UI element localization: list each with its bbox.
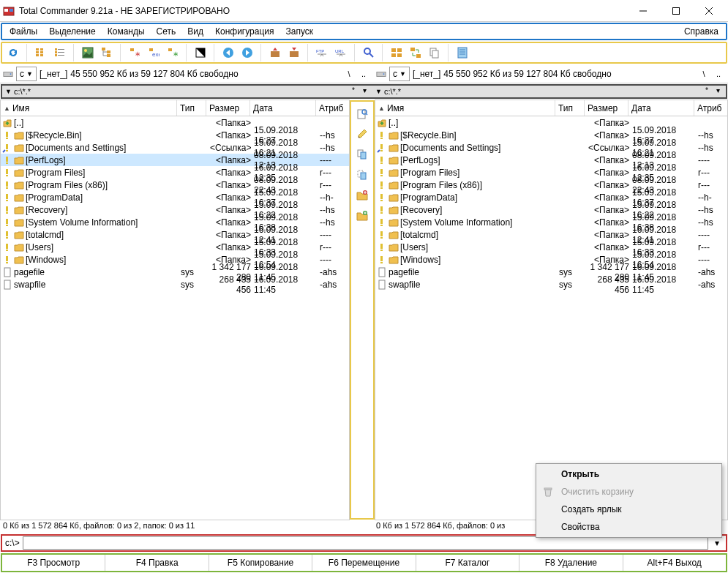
svg-rect-59 bbox=[6, 157, 8, 162]
svg-text:exe: exe bbox=[152, 51, 160, 58]
fav-button[interactable]: * bbox=[348, 86, 359, 97]
hdr-type[interactable]: Тип bbox=[177, 100, 206, 116]
fkey-button[interactable]: F5 Копирование bbox=[209, 555, 312, 571]
minimize-button[interactable] bbox=[626, 1, 659, 21]
row-type-icon bbox=[2, 130, 12, 141]
file-name: [..] bbox=[389, 118, 559, 128]
ctx-properties[interactable]: Свойства bbox=[538, 518, 720, 536]
fkey-button[interactable]: Alt+F4 Выход bbox=[623, 555, 726, 571]
menu-help[interactable]: Справка bbox=[678, 24, 724, 39]
view-full-icon[interactable] bbox=[50, 44, 70, 61]
fkey-button[interactable]: F6 Перемещение bbox=[312, 555, 416, 571]
ctx-empty-bin[interactable]: Очистить корзину bbox=[538, 483, 720, 501]
ctx-open[interactable]: Открыть bbox=[538, 465, 720, 483]
hdr-size[interactable]: Размер bbox=[585, 100, 628, 116]
thumbnail-icon[interactable] bbox=[78, 44, 97, 61]
hdr-attr[interactable]: Атриб bbox=[316, 100, 349, 116]
all-files-icon[interactable]: ∗.∗ bbox=[125, 44, 144, 61]
drive-letter: c bbox=[393, 69, 397, 79]
edit-icon[interactable] bbox=[353, 125, 371, 143]
drive-selector-right[interactable]: c ▼ bbox=[389, 67, 410, 81]
forward-icon[interactable] bbox=[238, 44, 257, 61]
search-icon[interactable] bbox=[359, 44, 378, 61]
root-button-left[interactable]: \ bbox=[342, 67, 356, 80]
delete-icon[interactable] bbox=[353, 207, 371, 225]
move-icon[interactable] bbox=[353, 166, 371, 184]
file-attr: r--- bbox=[320, 242, 348, 252]
hdr-name[interactable]: ▲Имя bbox=[1, 100, 177, 116]
menu-item[interactable]: Вид bbox=[181, 24, 209, 39]
menu-item[interactable]: Запуск bbox=[280, 24, 320, 39]
command-input[interactable] bbox=[23, 536, 708, 550]
ftp-icon[interactable]: FTP bbox=[312, 44, 331, 61]
svg-rect-13 bbox=[55, 48, 57, 50]
fkey-button[interactable]: F3 Просмотр bbox=[2, 555, 105, 571]
row-type-icon bbox=[377, 192, 387, 203]
menu-item[interactable]: Выделение bbox=[43, 24, 102, 39]
pack-icon[interactable] bbox=[266, 44, 285, 61]
folder-icon bbox=[14, 168, 24, 178]
path-left[interactable]: c:\*.* bbox=[14, 87, 348, 96]
unpack-icon[interactable] bbox=[285, 44, 304, 61]
tree-icon[interactable] bbox=[97, 44, 116, 61]
hdr-attr[interactable]: Атриб bbox=[694, 100, 727, 116]
file-size: <Папка> bbox=[588, 230, 632, 240]
hdr-size[interactable]: Размер bbox=[206, 100, 250, 116]
file-name: [totalcmd] bbox=[400, 230, 559, 240]
svg-rect-1 bbox=[4, 9, 8, 12]
fav-button[interactable]: * bbox=[702, 86, 712, 97]
notepad-icon[interactable] bbox=[453, 44, 472, 61]
hdr-type[interactable]: Тип bbox=[555, 100, 585, 116]
view-brief-icon[interactable] bbox=[31, 44, 50, 61]
copy-names-icon[interactable] bbox=[425, 44, 444, 61]
programs-icon[interactable]: exe bbox=[144, 44, 163, 61]
fkey-button[interactable]: F4 Правка bbox=[105, 555, 209, 571]
path-right[interactable]: c:\*.* bbox=[384, 87, 702, 96]
custom-filter-icon[interactable]: ∗.? bbox=[163, 44, 182, 61]
file-size: <Папка> bbox=[588, 155, 632, 165]
hdr-name[interactable]: ▲Имя bbox=[375, 100, 555, 116]
disk-icon bbox=[376, 69, 386, 79]
ctx-create-shortcut[interactable]: Создать ярлык bbox=[538, 501, 720, 518]
fkey-button[interactable]: F7 Каталог bbox=[416, 555, 519, 571]
menu-item[interactable]: Конфигурация bbox=[209, 24, 280, 39]
maximize-button[interactable] bbox=[659, 1, 692, 21]
menu-item[interactable]: Файлы bbox=[4, 24, 43, 39]
file-list-right[interactable]: [..]<Папка>[$Recycle.Bin]<Папка>15.09.20… bbox=[375, 116, 727, 520]
multirename-icon[interactable] bbox=[387, 44, 406, 61]
refresh-icon[interactable] bbox=[4, 44, 23, 61]
hdr-date[interactable]: Дата bbox=[250, 100, 316, 116]
svg-rect-47 bbox=[458, 48, 467, 58]
history-button[interactable]: ▾ bbox=[713, 86, 723, 97]
table-row[interactable]: swapfilesys268 435 45616.09.2018 11:45-a… bbox=[375, 278, 727, 291]
menu-item[interactable]: Команды bbox=[102, 24, 151, 39]
file-name: [Windows] bbox=[400, 255, 559, 265]
svg-rect-90 bbox=[380, 144, 383, 149]
drive-selector-left[interactable]: c ▼ bbox=[16, 67, 37, 81]
file-list-left[interactable]: [..]<Папка>[$Recycle.Bin]<Папка>15.09.20… bbox=[1, 116, 349, 520]
file-attr: -ahs bbox=[698, 267, 726, 277]
file-name: pagefile bbox=[389, 267, 559, 277]
svg-rect-9 bbox=[36, 54, 39, 56]
file-name: [System Volume Information] bbox=[26, 217, 181, 228]
up-button-right[interactable]: .. bbox=[712, 67, 725, 80]
invert-icon[interactable] bbox=[191, 44, 210, 61]
fkey-button[interactable]: F8 Удаление bbox=[519, 555, 623, 571]
hdr-date[interactable]: Дата bbox=[628, 100, 694, 116]
new-folder-icon[interactable] bbox=[353, 187, 371, 204]
up-button-left[interactable]: .. bbox=[357, 67, 370, 80]
url-icon[interactable]: URL bbox=[331, 44, 350, 61]
back-icon[interactable] bbox=[219, 44, 238, 61]
sync-icon[interactable] bbox=[406, 44, 425, 61]
copy-icon[interactable] bbox=[353, 146, 371, 163]
view-icon[interactable] bbox=[353, 105, 371, 122]
svg-rect-111 bbox=[379, 280, 385, 289]
menu-item[interactable]: Сеть bbox=[151, 24, 182, 39]
app-icon bbox=[3, 5, 15, 17]
root-button-right[interactable]: \ bbox=[697, 67, 710, 80]
history-button[interactable]: ▾ bbox=[359, 86, 369, 97]
table-row[interactable]: swapfilesys268 435 45616.09.2018 11:45-a… bbox=[1, 278, 349, 291]
command-history-dropdown[interactable]: ▾ bbox=[711, 538, 723, 548]
close-button[interactable] bbox=[692, 1, 725, 21]
file-name: [..] bbox=[14, 118, 181, 128]
